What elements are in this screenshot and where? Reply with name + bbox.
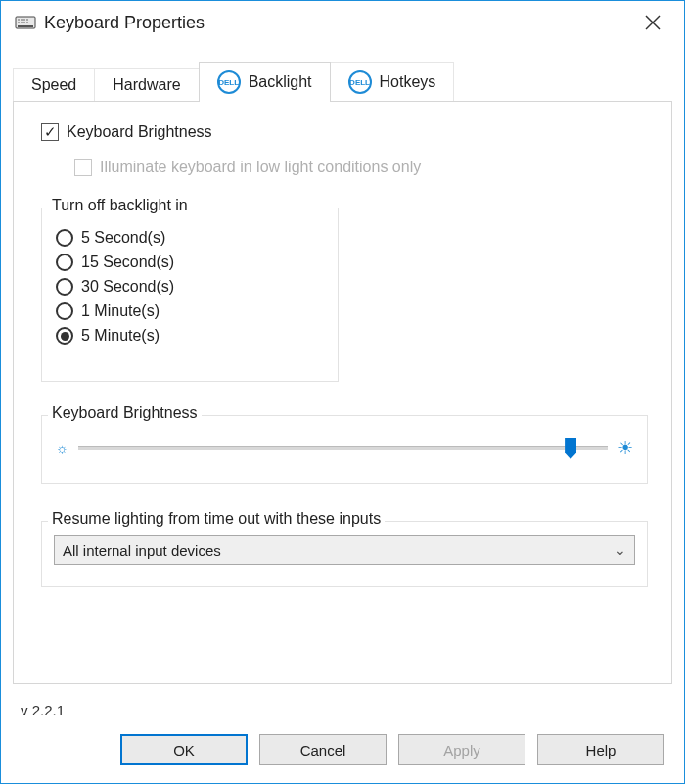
button-label: OK: [173, 742, 195, 759]
svg-point-3: [21, 19, 23, 21]
tab-label: Hotkeys: [380, 73, 436, 91]
keyboard-icon: [15, 12, 36, 33]
group-legend: Turn off backlight in: [48, 197, 192, 214]
dell-icon: DELL: [217, 70, 241, 94]
chevron-down-icon: ⌄: [615, 542, 626, 558]
help-button[interactable]: Help: [537, 734, 664, 765]
radio-label: 5 Second(s): [81, 229, 165, 247]
radio-icon: [56, 254, 73, 271]
close-button[interactable]: [633, 3, 672, 42]
svg-point-9: [26, 22, 28, 23]
title-bar: Keyboard Properties: [1, 1, 684, 44]
slider-track[interactable]: [78, 446, 608, 450]
button-label: Apply: [443, 742, 480, 759]
brightness-high-icon: ☀: [617, 438, 633, 459]
svg-point-8: [23, 22, 25, 23]
group-legend: Keyboard Brightness: [48, 404, 202, 422]
svg-point-2: [18, 19, 20, 21]
radio-label: 5 Minute(s): [81, 327, 160, 345]
tab-hardware[interactable]: Hardware: [94, 68, 199, 102]
radio-label: 1 Minute(s): [81, 302, 160, 320]
version-label: v 2.2.1: [21, 702, 664, 718]
brightness-slider[interactable]: ☼ ☀: [56, 438, 633, 459]
radio-icon: [56, 327, 73, 345]
brightness-group: Keyboard Brightness ☼ ☀: [41, 415, 648, 484]
svg-point-6: [18, 22, 20, 23]
tab-label: Speed: [31, 76, 76, 94]
button-bar: OK Cancel Apply Help: [1, 718, 684, 783]
svg-rect-1: [18, 25, 33, 27]
radio-label: 15 Second(s): [81, 254, 174, 271]
tab-hotkeys[interactable]: DELL Hotkeys: [330, 62, 455, 102]
radio-5-seconds[interactable]: 5 Second(s): [56, 229, 324, 247]
window-title: Keyboard Properties: [44, 13, 205, 33]
lowlight-checkbox: Illuminate keyboard in low light conditi…: [74, 159, 648, 176]
close-icon: [645, 15, 661, 30]
brightness-low-icon: ☼: [56, 440, 68, 456]
radio-icon: [56, 302, 73, 320]
button-label: Help: [586, 742, 616, 759]
dell-icon: DELL: [348, 70, 372, 94]
checkbox-icon: [74, 159, 92, 176]
radio-label: 30 Second(s): [81, 278, 174, 296]
radio-15-seconds[interactable]: 15 Second(s): [56, 254, 324, 271]
group-legend: Resume lighting from time out with these…: [48, 510, 385, 528]
button-label: Cancel: [300, 742, 346, 759]
apply-button: Apply: [398, 734, 525, 765]
tab-speed[interactable]: Speed: [13, 68, 95, 102]
svg-point-7: [21, 22, 23, 23]
checkbox-label: Illuminate keyboard in low light conditi…: [100, 159, 421, 176]
cancel-button[interactable]: Cancel: [259, 734, 387, 765]
keyboard-brightness-checkbox[interactable]: ✓ Keyboard Brightness: [41, 123, 648, 141]
tab-panel-backlight: ✓ Keyboard Brightness Illuminate keyboar…: [13, 101, 672, 684]
tab-label: Hardware: [113, 76, 180, 94]
tab-backlight[interactable]: DELL Backlight: [199, 62, 331, 102]
radio-30-seconds[interactable]: 30 Second(s): [56, 278, 324, 296]
tab-strip: Speed Hardware DELL Backlight DELL Hotke…: [13, 62, 672, 102]
resume-group: Resume lighting from time out with these…: [41, 521, 648, 587]
slider-thumb[interactable]: [565, 438, 576, 459]
turnoff-group: Turn off backlight in 5 Second(s) 15 Sec…: [41, 208, 339, 382]
resume-select[interactable]: All internal input devices ⌄: [54, 535, 635, 565]
select-value: All internal input devices: [63, 542, 221, 559]
radio-icon: [56, 229, 73, 247]
tab-label: Backlight: [249, 73, 312, 91]
svg-point-5: [26, 19, 28, 21]
ok-button[interactable]: OK: [120, 734, 248, 765]
svg-point-4: [23, 19, 25, 21]
checkbox-label: Keyboard Brightness: [67, 123, 212, 141]
checkbox-icon: ✓: [41, 123, 59, 141]
radio-icon: [56, 278, 73, 296]
radio-5-minutes[interactable]: 5 Minute(s): [56, 327, 324, 345]
radio-1-minute[interactable]: 1 Minute(s): [56, 302, 324, 320]
